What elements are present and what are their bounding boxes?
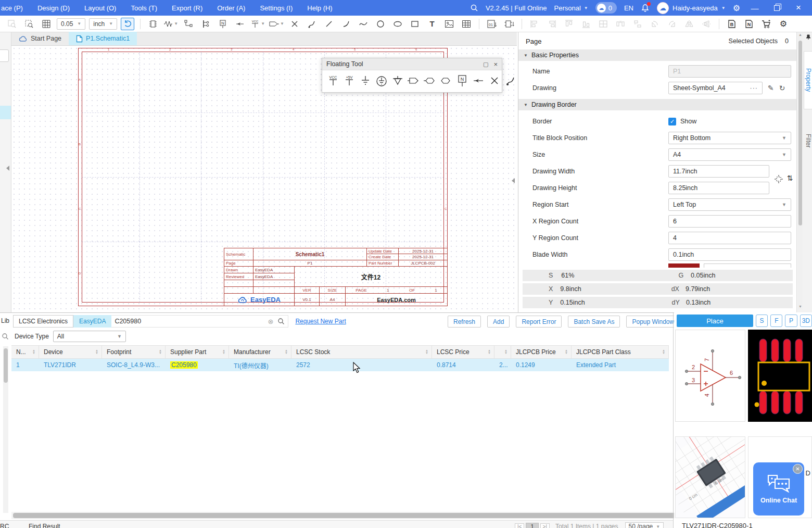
zoom-region-button[interactable] xyxy=(22,18,36,30)
chip-wizard-button[interactable] xyxy=(502,18,516,30)
collapse-left-handle[interactable] xyxy=(6,166,9,171)
left-mini-button[interactable] xyxy=(0,49,9,62)
props-scrollbar[interactable]: ▲ ▼ xyxy=(798,33,803,309)
place-text-button[interactable]: T xyxy=(425,18,439,30)
current-page[interactable]: 1 xyxy=(526,523,538,528)
place-resistor-button[interactable]: ▼ xyxy=(163,18,178,30)
tab-easyeda-lib[interactable]: EasyEDA xyxy=(73,315,111,328)
distribute-horizontal-button[interactable] xyxy=(614,18,627,30)
edit-pencil-icon[interactable]: ✎ xyxy=(768,84,774,92)
col-header[interactable]: LCSC Stock▲▼ xyxy=(291,346,432,358)
swap-wh-icon[interactable]: ⇅ xyxy=(787,174,793,182)
sort-icon[interactable]: ▲▼ xyxy=(32,349,35,355)
view-pcb-button[interactable]: P xyxy=(785,315,797,327)
find-result-label[interactable]: Find Result xyxy=(29,523,60,528)
draw-circle-button[interactable] xyxy=(374,18,387,30)
window-close-button[interactable]: × xyxy=(791,3,806,13)
tab-lcsc-electronics[interactable]: LCSC Electronics xyxy=(13,315,73,328)
floating-tool-window[interactable]: Floating Tool ▢ × VCC +5V N xyxy=(322,58,502,93)
symbol-wizard-button[interactable]: 01 xyxy=(485,18,499,30)
request-new-part-link[interactable]: Request New Part xyxy=(295,318,346,325)
place-symbol-button[interactable] xyxy=(146,18,160,30)
workspace-dropdown[interactable]: Personal▼ xyxy=(554,4,588,12)
freehand-wire-tool[interactable] xyxy=(504,72,517,89)
draw-spline-button[interactable] xyxy=(357,18,370,30)
draw-line-button[interactable] xyxy=(322,18,336,30)
search-icon[interactable] xyxy=(470,4,478,12)
sort-icon[interactable]: ▲▼ xyxy=(285,349,288,355)
cloud-sync-badge[interactable]: ☁0 xyxy=(595,2,617,14)
collapse-right-handle[interactable] xyxy=(512,178,515,183)
tab-start-page[interactable]: Start Page xyxy=(11,32,69,45)
view-3d-button[interactable]: 3D xyxy=(800,315,812,327)
tab-property[interactable]: Property xyxy=(804,51,812,109)
place-image-button[interactable] xyxy=(442,18,456,30)
refresh-icon[interactable]: ↻ xyxy=(779,84,785,92)
unit-select[interactable]: inch▼ xyxy=(89,18,117,30)
batch-save-as-button[interactable]: Batch Save As xyxy=(568,316,620,328)
lib-search-input[interactable]: C205980 ⊗ xyxy=(111,315,288,328)
draw-ellipse-button[interactable] xyxy=(391,18,404,30)
menu-settings[interactable]: Settings (I) xyxy=(252,0,300,16)
place-power-button[interactable]: VCC▼ xyxy=(250,18,265,30)
place-table-button[interactable] xyxy=(460,18,473,30)
netlabel-tool[interactable]: N xyxy=(455,72,469,89)
add-button[interactable]: Add xyxy=(487,316,510,328)
grid-size-select[interactable]: 0.05▼ xyxy=(57,18,85,30)
menu-help[interactable]: Help (H) xyxy=(300,0,339,16)
no-connect-tool[interactable] xyxy=(488,72,501,89)
cursor-select-button[interactable] xyxy=(5,18,19,30)
flip-vertical-button[interactable] xyxy=(700,18,713,30)
gnd-tool[interactable] xyxy=(359,72,372,89)
border-color-input[interactable] xyxy=(704,263,791,268)
sort-icon[interactable]: ▲▼ xyxy=(425,349,428,355)
align-center-button[interactable] xyxy=(597,18,610,30)
y-region-input[interactable]: 4 xyxy=(668,232,791,244)
search-icon[interactable] xyxy=(277,318,285,325)
bom-button[interactable]: B xyxy=(725,18,739,30)
flag-bidir-tool[interactable] xyxy=(423,72,437,89)
col-header[interactable]: JLCPCB Price▲▼ xyxy=(511,346,572,358)
place-probe-button[interactable] xyxy=(233,18,247,30)
border-color-swatch[interactable] xyxy=(668,263,700,268)
account-menu[interactable]: ☁ Haidy-easyeda▼ xyxy=(657,2,726,14)
draw-arc-button[interactable] xyxy=(339,18,353,30)
window-maximize-button[interactable] xyxy=(769,4,784,12)
floating-tool-titlebar[interactable]: Floating Tool ▢ × xyxy=(322,58,502,70)
sort-icon[interactable]: ▲▼ xyxy=(504,349,508,355)
region-start-select[interactable]: Left Top▼ xyxy=(668,198,791,211)
sort-icon[interactable]: ▲▼ xyxy=(222,349,225,355)
sort-icon[interactable]: ▲▼ xyxy=(662,349,665,355)
drawing-input[interactable]: Sheet-Symbol_A4··· xyxy=(668,82,763,94)
design-rule-gear-icon[interactable]: ⚙ xyxy=(777,18,790,30)
chat-close-button[interactable]: ✕ xyxy=(793,464,803,474)
table-scrollbar[interactable] xyxy=(3,346,8,513)
device-type-select[interactable]: All▼ xyxy=(53,331,126,342)
ellipsis-button[interactable]: ··· xyxy=(750,84,758,92)
draw-rect-button[interactable] xyxy=(408,18,422,30)
place-button[interactable]: Place xyxy=(677,315,753,327)
no-connect-button[interactable] xyxy=(288,18,301,30)
left-active-tool[interactable] xyxy=(0,106,11,119)
earth-ground-tool[interactable] xyxy=(375,72,388,89)
table-row[interactable]: 1 TLV271IDR SOIC-8_L4.9-W3... C205980 TI… xyxy=(11,359,669,371)
undo-button[interactable] xyxy=(121,18,134,30)
col-header[interactable]: Manufacturer▲▼ xyxy=(229,346,291,358)
place-flag-button[interactable]: ▼ xyxy=(269,18,284,30)
section-drawing-border[interactable]: ▼Drawing Border xyxy=(518,99,797,110)
drawing-width-input[interactable]: 11.7inch xyxy=(668,165,769,178)
name-input[interactable]: P1 xyxy=(668,65,791,78)
drawing-height-input[interactable]: 8.25inch xyxy=(668,182,769,194)
netlist-button[interactable]: N xyxy=(742,18,756,30)
first-page-button[interactable]: |< xyxy=(515,523,524,528)
sort-icon[interactable]: ▲▼ xyxy=(488,349,491,355)
sort-icon[interactable]: ▲▼ xyxy=(159,349,162,355)
floating-tool-close-button[interactable]: × xyxy=(493,60,498,68)
vcc-tool[interactable]: VCC xyxy=(326,72,340,89)
rotate-ccw-button[interactable] xyxy=(648,18,662,30)
menu-order[interactable]: Order (A) xyxy=(210,0,252,16)
flip-horizontal-button[interactable] xyxy=(682,18,696,30)
menu-export[interactable]: Export (R) xyxy=(164,0,210,16)
sort-icon[interactable]: ▲▼ xyxy=(95,349,98,355)
part-photo-preview[interactable]: 0 cm 0 cm xyxy=(675,436,745,518)
